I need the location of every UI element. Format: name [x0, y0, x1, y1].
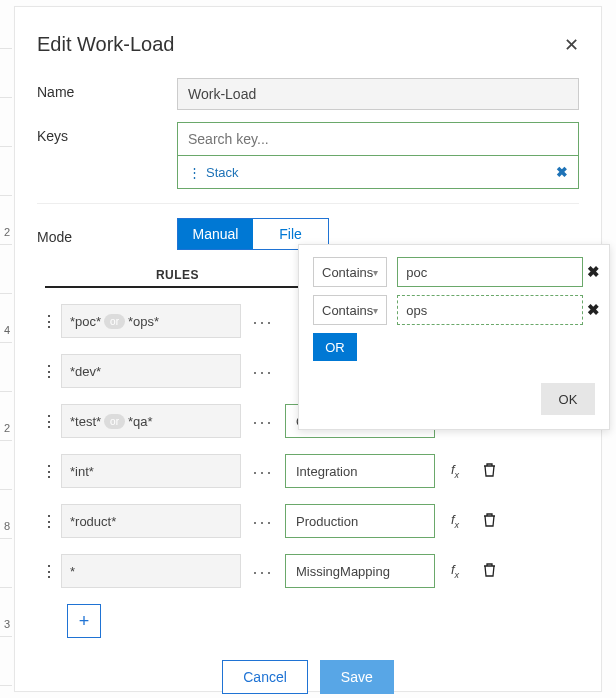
dialog-title: Edit Work-Load: [37, 33, 174, 56]
or-button[interactable]: OR: [313, 333, 357, 361]
more-icon[interactable]: ...: [241, 358, 285, 385]
keys-search-input[interactable]: [177, 122, 579, 156]
pattern-text: *roduct*: [70, 514, 116, 529]
operator-select-2-value: Contains: [322, 303, 373, 318]
rule-row: ⋮*...MissingMappingfx: [37, 554, 579, 588]
drag-handle-icon[interactable]: ⋮: [37, 362, 61, 381]
ok-button[interactable]: OK: [541, 383, 595, 415]
chevron-down-icon: ▾: [373, 267, 378, 278]
keys-label: Keys: [37, 122, 177, 144]
pattern-text: *poc*: [70, 314, 101, 329]
pattern-box[interactable]: *dev*: [61, 354, 241, 388]
chevron-down-icon: ▾: [373, 305, 378, 316]
name-input[interactable]: [177, 78, 579, 110]
pattern-text: *test*: [70, 414, 101, 429]
more-icon[interactable]: ...: [241, 408, 285, 435]
or-pill: or: [104, 314, 125, 329]
pop-row-1: Contains ▾ ✖: [313, 257, 595, 287]
fx-button[interactable]: fx: [435, 462, 475, 480]
save-button[interactable]: Save: [320, 660, 394, 694]
pattern-text: *: [70, 564, 75, 579]
key-chip-text: Stack: [206, 165, 239, 180]
add-rule-button[interactable]: +: [67, 604, 101, 638]
mode-label: Mode: [37, 223, 177, 245]
more-icon[interactable]: ...: [241, 508, 285, 535]
rule-editor-popover: Contains ▾ ✖ Contains ▾ ✖ OR OK: [298, 244, 610, 430]
pattern-box[interactable]: *roduct*: [61, 504, 241, 538]
fx-button[interactable]: fx: [435, 512, 475, 530]
remove-key-icon[interactable]: ✖: [556, 164, 568, 180]
pattern-box[interactable]: *: [61, 554, 241, 588]
rules-header: RULES: [45, 268, 310, 288]
pattern-text: *ops*: [128, 314, 159, 329]
trash-icon[interactable]: [475, 513, 503, 530]
name-row: Name: [37, 78, 579, 110]
operator-select-1-value: Contains: [322, 265, 373, 280]
separator: [37, 203, 579, 204]
more-icon[interactable]: ...: [241, 308, 285, 335]
rule-row: ⋮*roduct*...Productionfx: [37, 504, 579, 538]
dialog-titlebar: Edit Work-Load ✕: [37, 19, 579, 78]
dialog-footer: Cancel Save: [37, 660, 579, 694]
pattern-box[interactable]: *poc*or*ops*: [61, 304, 241, 338]
mapping-input[interactable]: MissingMapping: [285, 554, 435, 588]
more-icon[interactable]: ...: [241, 558, 285, 585]
cancel-button[interactable]: Cancel: [222, 660, 308, 694]
mapping-input[interactable]: Production: [285, 504, 435, 538]
mode-manual-tab[interactable]: Manual: [178, 219, 253, 249]
remove-row-1-icon[interactable]: ✖: [587, 263, 600, 281]
more-icon[interactable]: ...: [241, 458, 285, 485]
close-icon[interactable]: ✕: [564, 34, 579, 56]
keys-row: Keys ⋮ Stack ✖: [37, 122, 579, 189]
key-chip-row: ⋮ Stack ✖: [177, 156, 579, 189]
drag-handle-icon[interactable]: ⋮: [37, 462, 61, 481]
mapping-input[interactable]: Integration: [285, 454, 435, 488]
pop-row-2: Contains ▾ ✖: [313, 295, 595, 325]
drag-handle-icon[interactable]: ⋮: [37, 512, 61, 531]
pattern-text: *int*: [70, 464, 94, 479]
pattern-box[interactable]: *test*or*qa*: [61, 404, 241, 438]
pattern-text: *qa*: [128, 414, 153, 429]
bg-gutter: 24283597: [0, 0, 12, 698]
or-pill: or: [104, 414, 125, 429]
trash-icon[interactable]: [475, 463, 503, 480]
pattern-box[interactable]: *int*: [61, 454, 241, 488]
drag-handle-icon[interactable]: ⋮: [37, 312, 61, 331]
rule-row: ⋮*int*...Integrationfx: [37, 454, 579, 488]
pattern-input-2[interactable]: [397, 295, 583, 325]
pattern-text: *dev*: [70, 364, 101, 379]
operator-select-1[interactable]: Contains ▾: [313, 257, 387, 287]
drag-vertical-icon[interactable]: ⋮: [188, 165, 200, 180]
remove-row-2-icon[interactable]: ✖: [587, 301, 600, 319]
operator-select-2[interactable]: Contains ▾: [313, 295, 387, 325]
drag-handle-icon[interactable]: ⋮: [37, 412, 61, 431]
name-label: Name: [37, 78, 177, 100]
drag-handle-icon[interactable]: ⋮: [37, 562, 61, 581]
trash-icon[interactable]: [475, 563, 503, 580]
fx-button[interactable]: fx: [435, 562, 475, 580]
pattern-input-1[interactable]: [397, 257, 583, 287]
